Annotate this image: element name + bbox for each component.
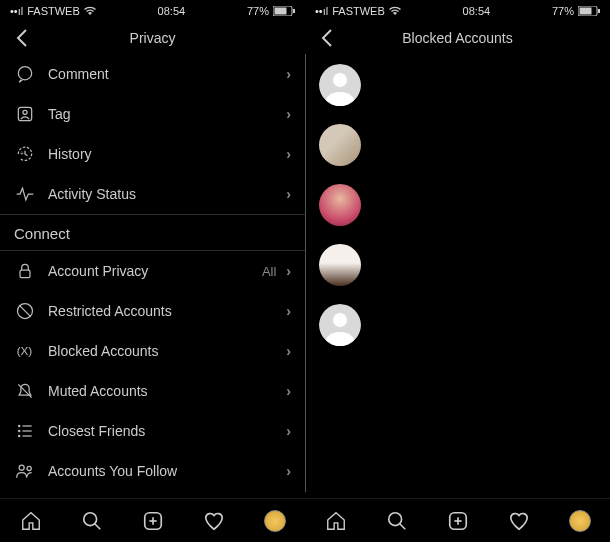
blocked-account-item[interactable] (319, 64, 596, 106)
page-title: Blocked Accounts (402, 30, 513, 46)
menu-item-account-privacy[interactable]: Account Privacy All › (0, 251, 305, 291)
svg-rect-27 (598, 9, 600, 13)
nav-profile-icon[interactable] (263, 509, 287, 533)
comment-icon (14, 63, 36, 85)
nav-home-icon[interactable] (19, 509, 43, 533)
svg-point-14 (18, 430, 21, 433)
menu-item-history[interactable]: + History › (0, 134, 305, 174)
svg-point-12 (18, 425, 21, 428)
menu-label: History (48, 146, 286, 162)
carrier-label: FASTWEB (332, 5, 385, 17)
chevron-right-icon: › (286, 106, 291, 122)
bottom-nav (0, 498, 305, 542)
history-icon: + (14, 143, 36, 165)
menu-label: Comment (48, 66, 286, 82)
signal-icon: ••ıl (10, 5, 23, 17)
svg-point-20 (83, 512, 96, 525)
avatar-photo (319, 124, 361, 166)
avatar-photo (319, 244, 361, 286)
svg-point-19 (27, 466, 31, 470)
nav-create-icon[interactable] (446, 509, 470, 533)
blocked-account-item[interactable] (319, 124, 596, 166)
menu-item-closest-friends[interactable]: Closest Friends › (0, 411, 305, 451)
nav-activity-icon[interactable] (507, 509, 531, 533)
nav-search-icon[interactable] (80, 509, 104, 533)
svg-rect-26 (579, 8, 591, 15)
battery-icon (578, 6, 600, 16)
pane-divider (305, 54, 306, 492)
wifi-icon (84, 6, 96, 16)
page-header: Privacy (0, 22, 305, 54)
blocked-account-item[interactable] (319, 244, 596, 286)
menu-label: Muted Accounts (48, 383, 286, 399)
chevron-right-icon: › (286, 343, 291, 359)
follow-icon (14, 460, 36, 482)
chevron-right-icon: › (286, 186, 291, 202)
menu-item-tag[interactable]: Tag › (0, 94, 305, 134)
chevron-right-icon: › (286, 463, 291, 479)
battery-percent: 77% (247, 5, 269, 17)
chevron-right-icon: › (286, 263, 291, 279)
menu-label: Restricted Accounts (48, 303, 286, 319)
nav-create-icon[interactable] (141, 509, 165, 533)
section-header-connect: Connect (0, 215, 305, 250)
wifi-icon (389, 6, 401, 16)
nav-profile-icon[interactable] (568, 509, 592, 533)
status-bar: ••ıl FASTWEB 08:54 77% (305, 0, 610, 22)
nav-home-icon[interactable] (324, 509, 348, 533)
restricted-icon (14, 300, 36, 322)
menu-item-muted[interactable]: Muted Accounts › (0, 371, 305, 411)
svg-point-18 (19, 465, 24, 470)
status-time: 08:54 (158, 5, 186, 17)
menu-item-activity-status[interactable]: Activity Status › (0, 174, 305, 214)
svg-point-32 (388, 512, 401, 525)
chevron-right-icon: › (286, 66, 291, 82)
nav-activity-icon[interactable] (202, 509, 226, 533)
blocked-account-item[interactable] (319, 304, 596, 346)
status-bar: ••ıl FASTWEB 08:54 77% (0, 0, 305, 22)
chevron-right-icon: › (286, 383, 291, 399)
signal-icon: ••ıl (315, 5, 328, 17)
carrier-label: FASTWEB (27, 5, 80, 17)
menu-label: Account Privacy (48, 263, 262, 279)
svg-line-33 (399, 523, 405, 529)
menu-item-restricted[interactable]: Restricted Accounts › (0, 291, 305, 331)
lock-icon (14, 260, 36, 282)
page-title: Privacy (130, 30, 176, 46)
svg-text:(X): (X) (17, 344, 33, 357)
menu-item-follow[interactable]: Accounts You Follow › (0, 451, 305, 491)
avatar-photo (319, 184, 361, 226)
status-time: 08:54 (463, 5, 491, 17)
menu-item-comment[interactable]: Comment › (0, 54, 305, 94)
chevron-right-icon: › (286, 303, 291, 319)
nav-search-icon[interactable] (385, 509, 409, 533)
svg-line-21 (94, 523, 100, 529)
svg-point-16 (18, 435, 21, 438)
back-button[interactable] (317, 29, 337, 47)
svg-point-31 (333, 313, 347, 327)
menu-label: Accounts You Follow (48, 463, 286, 479)
blocked-account-item[interactable] (319, 184, 596, 226)
activity-icon (14, 183, 36, 205)
svg-rect-7 (20, 270, 30, 278)
bottom-nav (305, 498, 610, 542)
tag-icon (14, 103, 36, 125)
svg-rect-1 (274, 8, 286, 15)
menu-item-blocked[interactable]: (X) Blocked Accounts › (0, 331, 305, 371)
back-button[interactable] (12, 29, 32, 47)
chevron-right-icon: › (286, 146, 291, 162)
svg-point-5 (23, 110, 27, 114)
blocked-icon: (X) (14, 340, 36, 362)
menu-value: All (262, 264, 276, 279)
svg-line-9 (19, 305, 31, 317)
menu-label: Closest Friends (48, 423, 286, 439)
muted-icon (14, 380, 36, 402)
menu-label: Blocked Accounts (48, 343, 286, 359)
chevron-right-icon: › (286, 423, 291, 439)
svg-text:+: + (20, 150, 24, 157)
menu-label: Activity Status (48, 186, 286, 202)
svg-point-29 (333, 73, 347, 87)
menu-label: Tag (48, 106, 286, 122)
battery-icon (273, 6, 295, 16)
avatar-placeholder (319, 64, 361, 106)
